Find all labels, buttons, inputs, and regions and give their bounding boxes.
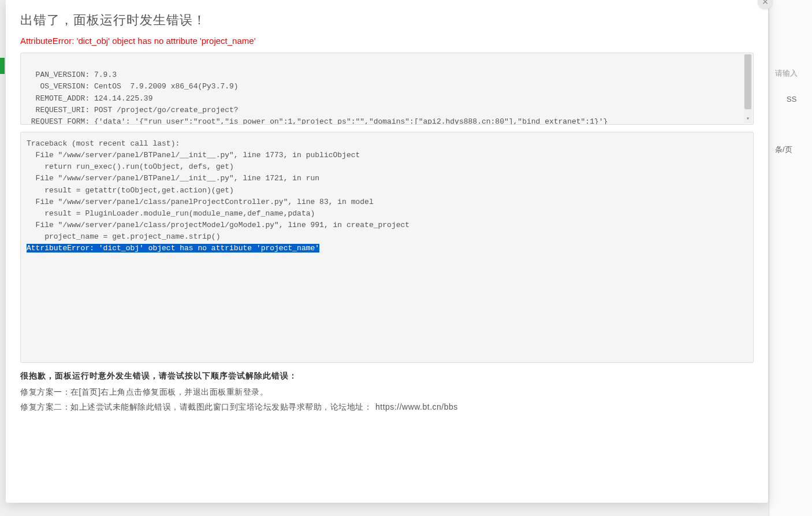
solution-2-prefix: 修复方案二：如上述尝试未能解除此错误，请截图此窗口到宝塔论坛发贴寻求帮助，论坛地… [20, 402, 372, 411]
request-info-block[interactable]: PAN_VERSION: 7.9.3 OS_VERSION: CentOS 7.… [20, 53, 754, 125]
solution-1: 修复方案一：在[首页]右上角点击修复面板，并退出面板重新登录。 [20, 387, 754, 398]
error-message: AttributeError: 'dict_obj' object has no… [20, 36, 754, 46]
error-modal: × 出错了，面板运行时发生错误！ AttributeError: 'dict_o… [6, 0, 768, 503]
scrollbar-down-icon[interactable]: ▾ [744, 115, 751, 123]
traceback-error-line: AttributeError: 'dict_obj' object has no… [27, 244, 319, 253]
bg-search-placeholder: 请输入 [775, 68, 798, 79]
error-title: 出错了，面板运行时发生错误！ [20, 12, 754, 29]
close-icon: × [762, 0, 769, 8]
request-info-text: PAN_VERSION: 7.9.3 OS_VERSION: CentOS 7.… [27, 69, 747, 125]
apology-heading: 很抱歉，面板运行时意外发生错误，请尝试按以下顺序尝试解除此错误： [20, 371, 754, 381]
bg-accent-bar [0, 58, 5, 74]
bg-right-panel: 请输入 SS 条/页 [769, 0, 812, 516]
scrollbar-thumb[interactable] [744, 54, 751, 109]
solution-2: 修复方案二：如上述尝试未能解除此错误，请截图此窗口到宝塔论坛发贴寻求帮助，论坛地… [20, 402, 754, 413]
bg-per-page-label: 条/页 [775, 144, 792, 155]
bg-ss-label: SS [787, 95, 796, 103]
traceback-text: Traceback (most recent call last): File … [27, 139, 409, 241]
forum-link[interactable]: https://www.bt.cn/bbs [375, 402, 458, 411]
scrollbar-vertical[interactable]: ▾ [744, 54, 752, 123]
traceback-block[interactable]: Traceback (most recent call last): File … [20, 132, 754, 363]
